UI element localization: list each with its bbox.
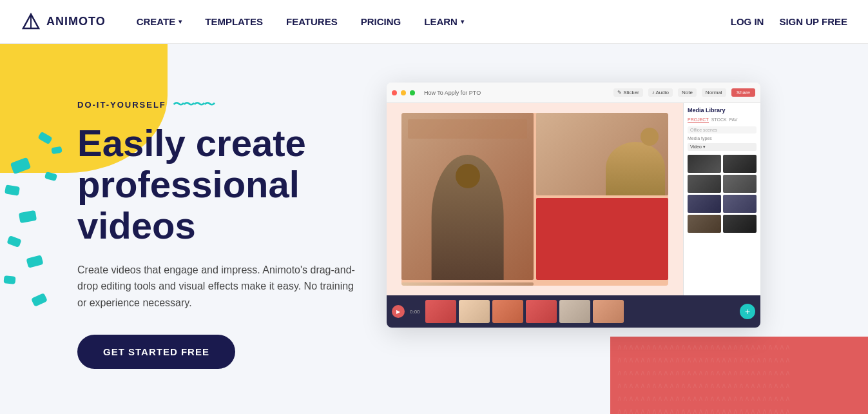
hero-heading: Easily create professional videos	[77, 123, 356, 246]
cta-button[interactable]: GET STARTED FREE	[77, 335, 235, 369]
video-cell-3	[536, 198, 668, 281]
nav-create[interactable]: CREATE ▾	[137, 16, 182, 27]
media-tab-project[interactable]: PROJECT	[688, 117, 709, 123]
media-filter-value[interactable]: Video ▾	[688, 143, 757, 151]
media-thumb-3[interactable]	[688, 175, 721, 193]
diy-label: DO-IT-YOURSELF 〜〜〜〜	[77, 97, 356, 112]
nav-templates[interactable]: TEMPLATES	[205, 16, 263, 27]
video-cell-1	[401, 113, 534, 280]
timeline-thumb-6[interactable]	[593, 300, 624, 323]
toolbar-expand-dot	[410, 90, 415, 95]
timeline-thumb-1[interactable]	[425, 300, 456, 323]
toolbar-note-btn[interactable]: Note	[678, 88, 697, 97]
media-search-input[interactable]: Office scenes	[688, 126, 757, 133]
toolbar-breadcrumb: How To Apply for PTO	[424, 90, 481, 96]
logo-text: ANIMOTO	[46, 15, 106, 28]
nav-features[interactable]: FEATURES	[286, 16, 338, 27]
media-grid	[688, 155, 757, 233]
app-timeline: ▶ 0:00 +	[387, 295, 760, 328]
media-thumb-4[interactable]	[723, 175, 757, 193]
timeline-thumb-2[interactable]	[459, 300, 490, 323]
hero-left: DO-IT-YOURSELF 〜〜〜〜 Easily create profes…	[0, 44, 387, 414]
logo[interactable]: ANIMOTO	[21, 12, 106, 32]
navbar: ANIMOTO CREATE ▾ TEMPLATES FEATURES PRIC…	[0, 0, 868, 44]
media-thumb-1[interactable]	[688, 155, 721, 173]
toolbar-actions: ✎ Sticker ♪ Audio Note Normal Share	[613, 88, 755, 97]
media-library-panel: Media Library PROJECT STOCK FAV Office s…	[683, 103, 760, 295]
media-thumb-7[interactable]	[688, 215, 721, 233]
media-thumb-5[interactable]	[688, 195, 721, 213]
timeline-play-button[interactable]: ▶	[392, 305, 405, 318]
toolbar-sticker-btn[interactable]: ✎ Sticker	[613, 88, 643, 97]
media-tab-stock[interactable]: STOCK	[711, 117, 727, 123]
media-library-title: Media Library	[688, 107, 757, 113]
timeline-timecode: 0:00	[410, 309, 420, 315]
video-preview	[401, 113, 668, 286]
media-tab-favorites[interactable]: FAV	[729, 117, 738, 123]
timeline-thumb-5[interactable]	[559, 300, 590, 323]
video-cell-4	[401, 282, 534, 286]
nav-pricing[interactable]: PRICING	[361, 16, 401, 27]
app-canvas	[387, 103, 683, 295]
chevron-down-icon-2: ▾	[461, 18, 464, 25]
toolbar-close-dot	[392, 90, 397, 95]
nav-right: LOG IN SIGN UP FREE	[731, 16, 847, 27]
toolbar-normal-btn[interactable]: Normal	[702, 88, 726, 97]
app-screenshot: How To Apply for PTO ✎ Sticker ♪ Audio N…	[387, 83, 760, 328]
media-library-tabs: PROJECT STOCK FAV	[688, 117, 757, 123]
media-thumb-6[interactable]	[723, 195, 757, 213]
toolbar-audio-btn[interactable]: ♪ Audio	[648, 88, 673, 97]
app-toolbar: How To Apply for PTO ✎ Sticker ♪ Audio N…	[387, 83, 760, 103]
nav-learn[interactable]: LEARN ▾	[424, 16, 464, 27]
signup-button[interactable]: SIGN UP FREE	[779, 16, 847, 27]
media-thumb-8[interactable]	[723, 215, 757, 233]
video-frame	[401, 113, 668, 286]
login-link[interactable]: LOG IN	[731, 16, 764, 27]
timeline-thumb-3[interactable]	[492, 300, 523, 323]
media-filter-label: Media types	[688, 136, 757, 141]
wavy-line-decoration: 〜〜〜〜	[173, 97, 214, 112]
logo-icon	[21, 12, 41, 32]
media-thumb-2[interactable]	[723, 155, 757, 173]
chevron-down-icon: ▾	[178, 18, 182, 25]
toolbar-share-btn[interactable]: Share	[731, 88, 755, 97]
video-cell-2	[536, 113, 668, 195]
hero-description: Create videos that engage and impress. A…	[77, 262, 356, 311]
nav-links: CREATE ▾ TEMPLATES FEATURES PRICING LEAR…	[137, 16, 731, 27]
toolbar-minimize-dot	[401, 90, 406, 95]
timeline-thumb-4[interactable]	[526, 300, 557, 323]
hero-section: DO-IT-YOURSELF 〜〜〜〜 Easily create profes…	[0, 44, 868, 414]
app-main: Media Library PROJECT STOCK FAV Office s…	[387, 103, 760, 295]
timeline-add-button[interactable]: +	[740, 304, 755, 319]
hero-right: How To Apply for PTO ✎ Sticker ♪ Audio N…	[387, 44, 868, 414]
